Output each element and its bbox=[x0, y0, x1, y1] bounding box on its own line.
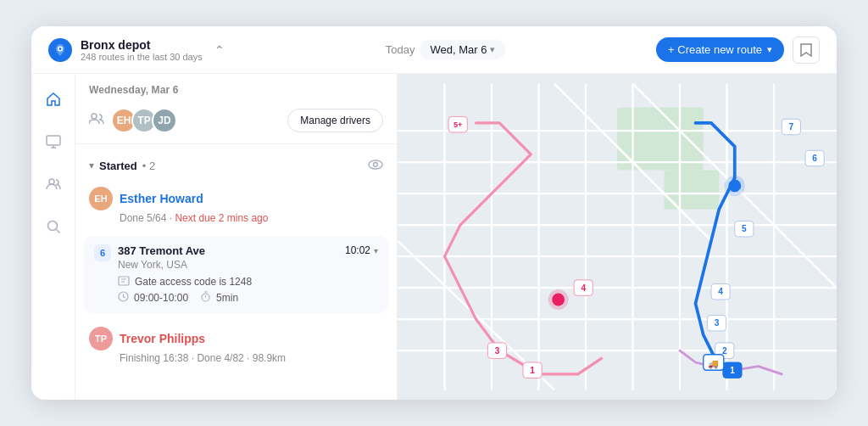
svg-text:3: 3 bbox=[715, 318, 720, 328]
driver-card-2: TP Trevor Philipps Finishing 16:38 · Don… bbox=[75, 317, 397, 373]
svg-text:3: 3 bbox=[495, 346, 500, 356]
today-label: Today bbox=[386, 43, 415, 56]
sidebar-item-monitor[interactable] bbox=[40, 128, 67, 155]
left-panel: Wednesday, Mar 6 EH TP JD Manage drivers bbox=[75, 74, 398, 400]
driver-name-2[interactable]: Trevor Philipps bbox=[120, 332, 205, 345]
depot-sub: 248 routes in the last 30 days bbox=[81, 52, 203, 62]
sidebar-icons bbox=[31, 74, 75, 400]
section-eye-icon[interactable] bbox=[368, 158, 383, 173]
depot-icon bbox=[48, 38, 72, 62]
stop-details: Gate access code is 1248 09:00-10:00 bbox=[94, 276, 378, 305]
svg-text:4: 4 bbox=[718, 287, 723, 296]
stop-time-chevron-icon[interactable]: ▾ bbox=[374, 246, 378, 255]
driver-status-1: Done 5/64 · Next due 2 mins ago bbox=[89, 212, 383, 224]
svg-text:1: 1 bbox=[530, 366, 535, 375]
svg-point-4 bbox=[47, 221, 57, 231]
bookmark-button[interactable] bbox=[793, 36, 820, 64]
depot-name: Bronx depot bbox=[81, 38, 203, 52]
depot-chevron-icon[interactable]: ⌃ bbox=[214, 43, 225, 57]
driver-name-row-1: EH Esther Howard bbox=[89, 187, 383, 210]
header-center: Today Wed, Mar 6 ▾ bbox=[235, 40, 656, 59]
stop-card-1[interactable]: 6 387 Tremont Ave New York, USA 10:02 ▾ bbox=[84, 236, 388, 313]
panel-date: Wednesday, Mar 6 bbox=[75, 74, 397, 103]
stop-street: 387 Tremont Ave bbox=[118, 244, 338, 259]
drivers-group-icon bbox=[89, 113, 104, 128]
sidebar-item-users[interactable] bbox=[40, 171, 67, 198]
stop-address: 387 Tremont Ave New York, USA bbox=[118, 244, 338, 271]
date-picker[interactable]: Wed, Mar 6 ▾ bbox=[420, 40, 505, 59]
driver-avatar-2: TP bbox=[89, 327, 113, 350]
sidebar-item-search[interactable] bbox=[40, 213, 67, 240]
section-header: ▾ Started • 2 bbox=[75, 153, 397, 178]
svg-text:4: 4 bbox=[581, 283, 586, 293]
gate-icon bbox=[118, 276, 130, 289]
svg-point-7 bbox=[374, 163, 378, 167]
date-value: Wed, Mar 6 bbox=[430, 43, 487, 56]
timer-icon bbox=[200, 291, 211, 305]
duration-text: 5min bbox=[216, 292, 238, 304]
clock-icon bbox=[118, 291, 129, 305]
create-route-button[interactable]: + Create new route ▾ bbox=[656, 37, 784, 62]
driver-name-1[interactable]: Esther Howard bbox=[120, 192, 203, 205]
svg-point-3 bbox=[49, 179, 54, 184]
sidebar-item-home[interactable] bbox=[40, 86, 67, 113]
gate-code-text: Gate access code is 1248 bbox=[135, 276, 252, 288]
svg-point-5 bbox=[92, 114, 97, 119]
svg-text:1: 1 bbox=[730, 366, 735, 375]
stop-gate-row: Gate access code is 1248 bbox=[118, 276, 378, 289]
svg-point-1 bbox=[59, 48, 62, 50]
header-right: + Create new route ▾ bbox=[656, 36, 820, 64]
svg-rect-2 bbox=[47, 136, 60, 145]
started-section: ▾ Started • 2 EH Esther Howard bbox=[75, 143, 397, 373]
avatar: JD bbox=[152, 108, 177, 133]
manage-drivers-button[interactable]: Manage drivers bbox=[287, 109, 383, 132]
svg-text:2: 2 bbox=[722, 346, 727, 356]
stop-city: New York, USA bbox=[118, 259, 338, 271]
stop-time: 10:02 ▾ bbox=[345, 244, 378, 256]
header: Bronx depot 248 routes in the last 30 da… bbox=[31, 26, 837, 74]
driver-avatar-1: EH bbox=[89, 187, 113, 210]
depot-info: Bronx depot 248 routes in the last 30 da… bbox=[81, 38, 203, 62]
date-chevron-icon: ▾ bbox=[490, 44, 495, 55]
time-window-text: 09:00-10:00 bbox=[134, 292, 188, 304]
stop-time-value: 10:02 bbox=[345, 244, 370, 256]
section-chevron-icon[interactable]: ▾ bbox=[89, 160, 94, 171]
svg-point-58 bbox=[548, 289, 569, 310]
create-route-label: + Create new route bbox=[668, 43, 762, 56]
header-left: Bronx depot 248 routes in the last 30 da… bbox=[48, 38, 235, 62]
body: Wednesday, Mar 6 EH TP JD Manage drivers bbox=[31, 74, 837, 400]
svg-text:5: 5 bbox=[742, 224, 747, 233]
next-due-text: Next due 2 mins ago bbox=[175, 212, 268, 224]
svg-text:5+: 5+ bbox=[453, 121, 463, 129]
svg-point-56 bbox=[725, 176, 745, 196]
create-route-chevron-icon: ▾ bbox=[767, 44, 772, 55]
map-area: 7 6 5 4 3 2 1 5+ 4 3 bbox=[398, 74, 837, 400]
driver-status-2: Finishing 16:38 · Done 4/82 · 98.9km bbox=[89, 352, 383, 364]
svg-text:7: 7 bbox=[789, 122, 794, 132]
section-title: Started bbox=[99, 160, 137, 172]
svg-rect-8 bbox=[119, 277, 129, 285]
stop-header: 6 387 Tremont Ave New York, USA 10:02 ▾ bbox=[94, 244, 378, 271]
section-count: • 2 bbox=[142, 160, 155, 172]
driver-name-row-2: TP Trevor Philipps bbox=[89, 327, 383, 350]
driver-card-1: EH Esther Howard Done 5/64 · Next due 2 … bbox=[75, 178, 397, 233]
drivers-row: EH TP JD Manage drivers bbox=[75, 103, 397, 143]
driver-avatars: EH TP JD bbox=[111, 108, 177, 133]
app-container: Bronx depot 248 routes in the last 30 da… bbox=[31, 26, 837, 400]
stop-time-window-row: 09:00-10:00 5min bbox=[118, 291, 378, 305]
stop-number: 6 bbox=[94, 244, 111, 261]
svg-point-6 bbox=[369, 160, 382, 169]
svg-text:🚚: 🚚 bbox=[708, 358, 719, 369]
svg-text:6: 6 bbox=[812, 154, 817, 163]
